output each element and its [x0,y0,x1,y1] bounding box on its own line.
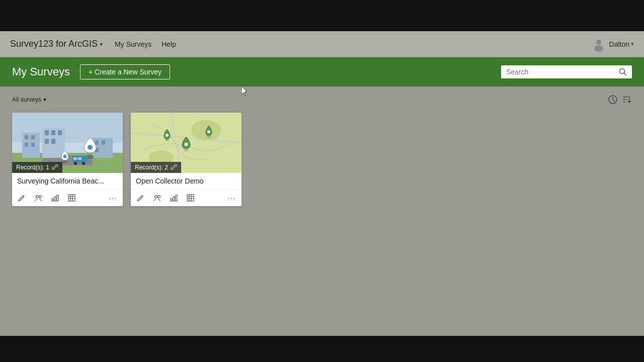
chart-icon-2 [170,194,178,202]
table-icon-2 [187,194,194,202]
svg-rect-30 [102,140,105,145]
svg-rect-20 [25,143,28,147]
sort-clock-button[interactable] [608,95,618,105]
create-survey-button[interactable]: + Create a New Survey [80,64,170,79]
collaborate-button-1[interactable] [34,193,43,203]
sort-icons [608,95,632,105]
svg-rect-23 [45,130,49,135]
svg-rect-67 [187,195,194,201]
nav-my-surveys[interactable]: My Surveys [115,40,151,48]
collaborate-icon [35,194,42,202]
view-data-button-2[interactable] [186,193,195,203]
link-icon-svg [52,163,58,170]
edit-icon [18,194,26,202]
black-bar-top [0,0,644,31]
svg-point-57 [185,143,188,146]
svg-line-4 [624,73,626,75]
survey-card: Record(s): 1 Surveying California Beac..… [12,113,123,206]
user-area[interactable]: Dalton ▾ [591,37,634,52]
edit-button-1[interactable] [17,193,27,203]
table-icon [68,194,75,202]
survey-title-1: Surveying California Beac... [12,173,123,190]
svg-rect-64 [171,199,172,201]
user-dropdown-arrow: ▾ [631,41,634,47]
records-count-2: Record(s): 2 [135,164,168,171]
svg-rect-21 [31,143,35,147]
svg-point-61 [166,134,169,137]
records-count-1: Record(s): 1 [16,164,49,171]
svg-point-42 [39,196,42,198]
collaborate-button-2[interactable] [152,193,162,203]
svg-point-56 [184,149,189,152]
svg-rect-37 [73,157,77,160]
link-icon-2 [171,163,177,171]
svg-rect-24 [51,130,55,135]
chart-icon [51,194,59,202]
svg-rect-65 [173,197,175,201]
search-container [501,65,632,78]
svg-point-34 [62,161,67,163]
svg-point-62 [155,196,157,198]
svg-rect-26 [45,139,49,144]
svg-rect-38 [78,157,82,160]
top-nav: Survey123 for ArcGIS ▾ My Surveys Help D… [0,31,644,57]
svg-rect-18 [25,135,28,139]
analyze-button-2[interactable] [169,193,179,203]
link-icon-svg-2 [171,163,177,170]
svg-point-58 [207,136,211,138]
page-title: My Surveys [12,65,70,78]
view-data-button-1[interactable] [67,193,76,203]
records-badge-1: Record(s): 1 [12,162,62,173]
search-icon-button[interactable] [619,68,627,76]
app-title-dropdown[interactable]: ▾ [100,41,103,48]
user-avatar [591,37,606,52]
svg-rect-19 [31,135,35,139]
survey-card-2: Record(s): 2 Open Collector Demo [131,113,242,206]
card-actions-2: ··· [131,190,242,206]
card-actions-1: ··· [12,190,123,206]
svg-rect-25 [58,130,62,135]
survey-thumbnail-1: Record(s): 1 [12,113,123,173]
edit-button-2[interactable] [136,193,145,203]
records-badge-2: Record(s): 2 [131,162,181,173]
svg-rect-66 [176,195,177,201]
collaborate-icon-2 [153,194,161,202]
svg-rect-44 [54,197,56,201]
svg-point-41 [36,196,39,198]
svg-rect-29 [95,140,99,145]
filter-dropdown-arrow: ▾ [43,96,46,103]
svg-point-39 [74,162,77,165]
app-title: Survey123 for ArcGIS [10,39,98,49]
svg-point-35 [63,155,67,158]
analyze-button-1[interactable] [50,193,60,203]
svg-point-1 [596,40,601,45]
svg-rect-27 [51,139,55,144]
svg-point-60 [165,139,169,141]
sort-icon [622,95,632,105]
svg-point-63 [158,196,160,198]
svg-rect-45 [57,195,58,201]
svg-point-40 [82,162,85,165]
svg-point-33 [88,145,93,150]
green-header: My Surveys + Create a New Survey [0,57,644,86]
black-bar-bottom [0,336,644,362]
filter-dropdown[interactable]: All surveys ▾ [12,96,46,103]
link-icon-1 [52,163,58,171]
svg-point-59 [207,130,210,133]
edit-icon-2 [137,194,144,202]
clock-icon [608,95,618,105]
sort-order-button[interactable] [622,95,632,105]
app-wrapper: Survey123 for ArcGIS ▾ My Surveys Help D… [0,31,644,336]
more-button-2[interactable]: ··· [226,193,236,203]
svg-line-8 [613,100,614,101]
filter-label: All surveys [12,96,41,103]
survey-title-2: Open Collector Demo [131,173,242,190]
svg-rect-43 [52,199,53,201]
search-input[interactable] [506,68,619,76]
svg-rect-46 [68,195,75,201]
nav-help[interactable]: Help [162,40,176,48]
more-button-1[interactable]: ··· [108,193,118,203]
content-area: All surveys ▾ [0,86,644,336]
search-icon [619,68,627,76]
survey-grid: Record(s): 1 Surveying California Beac..… [12,113,632,206]
